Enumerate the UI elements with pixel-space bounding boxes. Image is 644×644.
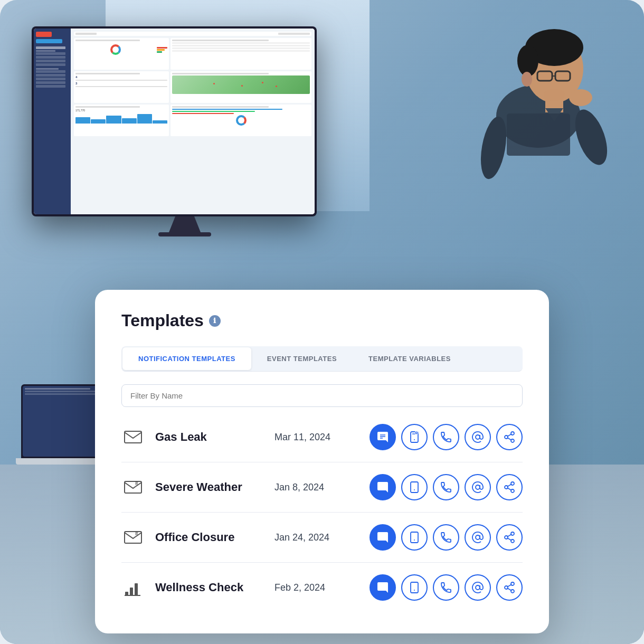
template-row-gas-leak: Gas Leak Mar 11, 2024 (121, 412, 523, 462)
svg-line-50 (508, 535, 512, 537)
alertmedia-logo (36, 32, 52, 37)
svg-point-35 (476, 485, 480, 489)
svg-point-20 (414, 439, 415, 440)
monitor-screen: 4 3 (34, 29, 315, 214)
wellness-check-email-btn[interactable] (465, 574, 491, 601)
email-icon (124, 428, 143, 447)
nav-templates (36, 85, 65, 88)
severe-weather-phone-btn[interactable] (433, 474, 459, 500)
office-closure-actions (370, 524, 523, 551)
svg-line-40 (508, 485, 512, 487)
wellness-check-mobile-btn[interactable] (401, 574, 428, 601)
messages-sent-value: 171,770 (75, 109, 167, 112)
filter-input[interactable] (121, 384, 523, 407)
share-icon (503, 531, 516, 544)
svg-rect-51 (125, 592, 128, 595)
gas-leak-email-btn[interactable] (465, 424, 491, 450)
svg-rect-53 (135, 583, 138, 595)
wellness-check-share-btn[interactable] (496, 574, 523, 601)
wellness-check-name: Wellness Check (155, 581, 264, 594)
mobile-icon (408, 481, 421, 494)
gas-leak-mobile-btn[interactable] (401, 424, 428, 450)
svg-rect-41 (125, 532, 141, 543)
dash-title (75, 33, 97, 35)
svg-line-39 (508, 488, 512, 490)
office-closure-message-btn[interactable] (370, 524, 396, 551)
severe-weather-mobile-btn[interactable] (401, 474, 428, 500)
svg-text:#: # (135, 480, 138, 486)
svg-rect-33 (411, 482, 418, 493)
nav-new-notification (36, 70, 65, 73)
office-closure-share-btn[interactable] (496, 524, 523, 551)
svg-point-28 (511, 439, 514, 442)
svg-text:#: # (135, 531, 138, 536)
dash-row-3: 171,770 (74, 105, 311, 136)
card-title-2 (172, 40, 269, 41)
svg-point-25 (476, 435, 480, 439)
tab-notification-templates[interactable]: NOTIFICATION TEMPLATES (122, 347, 251, 370)
wellness-check-date: Feb 2, 2024 (274, 582, 348, 593)
severe-weather-share-btn[interactable] (496, 474, 523, 500)
message-icon (376, 431, 389, 443)
tabs-container: NOTIFICATION TEMPLATES EVENT TEMPLATES T… (121, 346, 523, 372)
svg-line-29 (508, 438, 512, 440)
svg-point-47 (505, 536, 508, 539)
map-dot-4 (276, 86, 277, 87)
office-closure-mobile-btn[interactable] (401, 524, 428, 551)
page-title: Templates (121, 311, 204, 330)
svg-point-36 (511, 482, 514, 485)
email-at-icon (471, 431, 484, 443)
person-photo (391, 11, 628, 290)
bar-chart (75, 113, 167, 124)
office-closure-email-btn[interactable] (465, 524, 491, 551)
map-dot-3 (262, 82, 263, 83)
severe-weather-message-btn[interactable] (370, 474, 396, 500)
wellness-check-phone-btn[interactable] (433, 574, 459, 601)
phone-icon (440, 481, 452, 494)
svg-line-49 (508, 538, 512, 541)
gas-leak-actions (370, 424, 523, 450)
monitor: 4 3 (32, 26, 338, 259)
svg-point-45 (476, 535, 480, 539)
threat-line-4 (172, 50, 310, 52)
gas-leak-phone-btn[interactable] (433, 424, 459, 450)
gas-leak-share-btn[interactable] (496, 424, 523, 450)
info-icon[interactable]: ℹ (209, 315, 221, 327)
threat-intelligence-card (74, 38, 169, 70)
share-icon (503, 431, 516, 443)
dash-search (278, 33, 310, 35)
nav-scheduled (36, 81, 65, 84)
card-title-5 (75, 106, 140, 108)
map-visual (172, 75, 310, 94)
mobile-icon (408, 581, 421, 594)
email-at-icon (471, 581, 484, 594)
severe-weather-email-btn[interactable] (465, 474, 491, 500)
template-row-wellness-check: Wellness Check Feb 2, 2024 (121, 563, 523, 612)
reach-bar-2 (172, 111, 255, 112)
svg-point-59 (505, 586, 508, 589)
tab-template-variables[interactable]: TEMPLATE VARIABLES (353, 347, 467, 370)
svg-point-34 (414, 489, 415, 490)
templates-list: Gas Leak Mar 11, 2024 (121, 412, 523, 612)
office-closure-name: Office Closure (155, 531, 264, 544)
severe-weather-actions (370, 474, 523, 500)
communication-card: 171,770 (74, 105, 169, 136)
office-closure-phone-btn[interactable] (433, 524, 459, 551)
svg-line-61 (508, 589, 512, 591)
dashboard-sidebar (34, 29, 71, 214)
audience-location-card (171, 71, 311, 103)
dash-row-2: 4 3 (74, 71, 311, 103)
wellness-check-message-btn[interactable] (370, 574, 396, 601)
threat-bar-1 (157, 47, 167, 49)
msg-line-1 (75, 80, 167, 81)
card-title-3 (75, 73, 140, 74)
mobile-icon (408, 431, 421, 443)
svg-point-48 (511, 539, 514, 543)
share-icon (503, 481, 516, 494)
dashboard-mini: 4 3 (34, 29, 315, 214)
donut-chart (110, 44, 121, 55)
tab-event-templates[interactable]: EVENT TEMPLATES (251, 347, 353, 370)
bar-1 (75, 117, 90, 124)
gas-leak-message-btn[interactable] (370, 424, 396, 450)
svg-line-30 (508, 434, 512, 437)
